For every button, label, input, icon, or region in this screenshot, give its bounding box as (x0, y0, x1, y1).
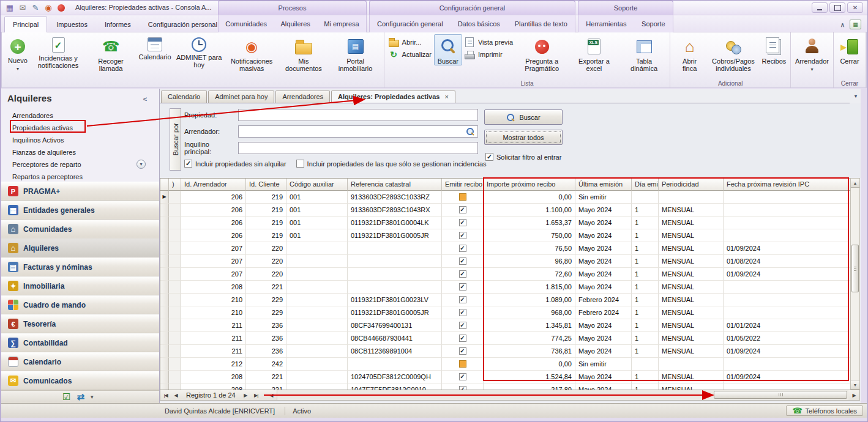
cell[interactable]: 208 (181, 371, 246, 383)
cell[interactable]: Mayo 2024 (575, 383, 632, 390)
row-selector[interactable] (160, 358, 169, 371)
cell[interactable]: 206 (181, 229, 246, 242)
emitir-recibo-checkbox[interactable] (459, 206, 466, 213)
prev-record-button[interactable] (171, 390, 181, 400)
tab-adminet-para-hoy[interactable]: Adminet para hoy (208, 91, 274, 103)
cell[interactable]: Febrero 2024 (575, 294, 632, 306)
cell[interactable] (348, 358, 442, 371)
cell[interactable]: Mayo 2024 (575, 229, 632, 242)
cell[interactable]: MENSUAL (659, 281, 724, 294)
emitir-recibo-checkbox[interactable] (459, 360, 466, 368)
cell[interactable]: 08CB446687930441 (348, 332, 442, 345)
nav-item-calendario[interactable]: Calendario (1, 352, 159, 371)
ribbon-tab-comunidades[interactable]: Comunidades (223, 20, 269, 28)
cell-emitir-recibo[interactable] (442, 371, 484, 383)
ribbon-tab-impuestos[interactable]: Impuestos (48, 18, 95, 32)
cell[interactable]: 219 (246, 204, 286, 217)
cell[interactable] (724, 281, 850, 294)
cell[interactable]: 211 (181, 345, 246, 358)
cell[interactable]: 207 (181, 268, 246, 281)
cell[interactable]: 0119321DF3801G0005JR (348, 306, 442, 319)
button-mis-documentos[interactable]: Mis documentos (278, 34, 329, 73)
cell[interactable]: 212 (181, 358, 246, 371)
cell[interactable]: MENSUAL (659, 242, 724, 255)
maximize-button[interactable] (829, 2, 845, 13)
cell[interactable]: Mayo 2024 (575, 204, 632, 217)
column-header-codigo-auxiliar[interactable]: Código auxiliar (286, 179, 348, 191)
cell[interactable]: 217,80 (484, 383, 575, 390)
row-selector[interactable]: ▶ (160, 191, 169, 204)
column-header-ultima-emision[interactable]: Última emisión (575, 179, 632, 191)
emitir-recibo-checkbox[interactable] (459, 245, 466, 252)
nav-item-contabilidad[interactable]: Contabilidad (1, 333, 159, 352)
cell[interactable]: 750,00 (484, 229, 575, 242)
cell[interactable]: 0,00 (484, 358, 575, 371)
cell[interactable]: 1 (632, 319, 659, 332)
cell-emitir-recibo[interactable] (442, 332, 484, 345)
cell[interactable]: 211 (181, 332, 246, 345)
nav-item-facturas-y-nominas[interactable]: Facturas y nóminas (1, 257, 159, 276)
cell-emitir-recibo[interactable] (442, 255, 484, 268)
cell[interactable] (348, 242, 442, 255)
cell[interactable]: 206 (181, 217, 246, 229)
cell[interactable]: 1.653,37 (484, 217, 575, 229)
emitir-recibo-checkbox[interactable] (459, 335, 466, 342)
sidebar-item-arrendadores[interactable]: Arrendadores (1, 109, 159, 122)
vertical-scrollbar-thumb[interactable] (851, 245, 859, 292)
button-nuevo[interactable]: Nuevo (4, 34, 32, 72)
cell[interactable]: MENSUAL (659, 294, 724, 306)
cell[interactable]: 229 (246, 306, 286, 319)
cell-emitir-recibo[interactable] (442, 319, 484, 332)
button-cobros-pagos-individuales[interactable]: Cobros/Pagos individuales (707, 34, 760, 73)
cell[interactable]: 219 (246, 191, 286, 204)
cell[interactable]: 72,60 (484, 268, 575, 281)
mascot-icon[interactable] (56, 2, 67, 13)
cell[interactable]: 0119321DF3801G0023LV (348, 294, 442, 306)
cell[interactable]: MENSUAL (659, 345, 724, 358)
cell[interactable]: MENSUAL (659, 371, 724, 383)
cell-emitir-recibo[interactable] (442, 358, 484, 371)
cell[interactable]: 0119321DF3801G0004LK (348, 217, 442, 229)
emitir-recibo-checkbox[interactable] (459, 193, 466, 201)
cell[interactable]: MENSUAL (659, 319, 724, 332)
first-record-button[interactable] (160, 390, 171, 400)
row-selector[interactable] (160, 332, 169, 345)
ribbon-tab-soporte[interactable]: Soporte (639, 20, 668, 28)
column-header-partial[interactable]: ) (169, 179, 181, 191)
solicitar-filtro-checkbox[interactable]: Solicitar filtro al entrar (485, 153, 561, 161)
cell-emitir-recibo[interactable] (442, 229, 484, 242)
row-selector[interactable] (160, 306, 169, 319)
cell[interactable] (286, 306, 348, 319)
cell[interactable]: 01/09/2024 (724, 371, 850, 383)
chevron-down-icon[interactable] (91, 394, 94, 400)
cell[interactable]: 1 (632, 204, 659, 217)
cell[interactable] (724, 204, 850, 217)
cell[interactable]: 221 (246, 371, 286, 383)
cell[interactable]: 1 (632, 294, 659, 306)
button-exportar-a-excel[interactable]: Exportar a excel (568, 34, 620, 73)
cell[interactable]: 206 (181, 191, 246, 204)
cell[interactable]: 774,25 (484, 332, 575, 345)
input-inquilino-principal[interactable] (238, 142, 478, 154)
cell[interactable]: 208 (181, 383, 246, 390)
cell[interactable]: MENSUAL (659, 383, 724, 390)
button-arrendador[interactable]: Arrendador (793, 34, 831, 73)
button-notificaciones-masivas[interactable]: Notificaciones masivas (225, 34, 278, 73)
input-propiedad[interactable] (238, 109, 478, 121)
nav-item-comunicados[interactable]: Comunicados (1, 371, 159, 390)
emitir-recibo-checkbox[interactable] (459, 232, 466, 239)
cell[interactable] (286, 383, 348, 390)
cell[interactable] (286, 255, 348, 268)
button-recoger-llamada[interactable]: Recoger llamada (84, 34, 137, 73)
cell[interactable]: 1.524,84 (484, 371, 575, 383)
column-header-emitir-recibo[interactable]: Emitir recibo (442, 179, 484, 191)
cell[interactable]: MENSUAL (659, 204, 724, 217)
cell[interactable]: 1 (632, 217, 659, 229)
cell[interactable]: 9133603DF2893C1033RZ (348, 191, 442, 204)
horn-icon[interactable] (43, 2, 54, 13)
mostrar-todos-button[interactable]: Mostrar todos (484, 130, 563, 145)
button-imprimir[interactable]: Imprimir (465, 50, 513, 59)
nav-item-alquileres[interactable]: Alquileres (1, 239, 159, 257)
button-actualizar[interactable]: Actualizar (389, 50, 432, 59)
cell-emitir-recibo[interactable] (442, 383, 484, 390)
